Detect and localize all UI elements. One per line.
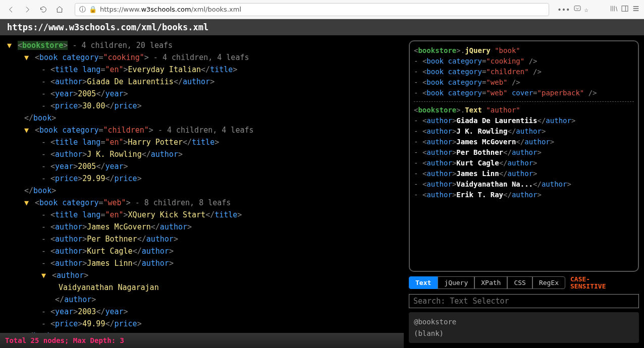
expand-icon[interactable]: ▼ [24,197,30,209]
url-text: https://www.w3schools.com/xml/books.xml [100,6,241,13]
browser-toolbar: ⓘ 🔒 https://www.w3schools.com/xml/books.… [0,0,644,19]
history-item[interactable]: @bookstore [414,316,634,327]
tab-css[interactable]: CSS [507,276,532,289]
library-icon[interactable] [610,5,618,14]
url-bar[interactable]: ⓘ 🔒 https://www.w3schools.com/xml/books.… [75,3,549,16]
selector-tabs: TextjQueryXPathCSSRegEx CASE-SENSITIVE [409,276,639,291]
lock-icon: 🔒 [89,6,97,13]
sidebar-icon[interactable] [621,5,629,14]
xml-tree: ▼ <bookstore> - 4 children, 20 leafs▼ <b… [0,35,404,348]
pocket-icon[interactable] [573,5,581,14]
back-button[interactable] [4,3,18,17]
info-icon: ⓘ [79,5,86,14]
svg-rect-1 [622,6,628,12]
search-input[interactable] [409,294,639,308]
tab-regex[interactable]: RegEx [532,276,565,289]
more-icon[interactable]: ••• [557,6,570,14]
tab-jquery[interactable]: jQuery [438,276,474,289]
expand-icon[interactable]: ▼ [24,124,30,136]
history-panel: @bookstore(blank) [409,312,639,343]
expand-icon[interactable]: ▼ [41,269,47,281]
expand-icon[interactable]: ▼ [7,39,13,51]
svg-rect-0 [574,6,580,11]
tab-xpath[interactable]: XPath [474,276,507,289]
reload-button[interactable] [36,3,50,17]
menu-icon[interactable] [632,5,640,14]
forward-button[interactable] [20,3,34,17]
page-title: https://www.w3schools.com/xml/books.xml [0,19,644,35]
case-sensitive-toggle[interactable]: CASE-SENSITIVE [570,276,606,291]
home-button[interactable] [52,3,67,17]
bookmark-icon[interactable]: ☆ [584,6,588,14]
expand-icon[interactable]: ▼ [24,51,30,64]
history-item[interactable]: (blank) [414,328,634,339]
results-panel: <bookstore>.jQuery "book"- <book categor… [409,40,639,272]
status-bar: Total 25 nodes; Max Depth: 3 [0,333,404,348]
tab-text[interactable]: Text [409,276,438,289]
